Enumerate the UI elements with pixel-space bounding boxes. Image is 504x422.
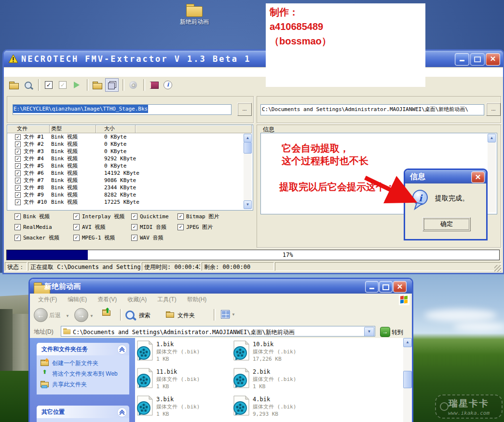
format-checkbox[interactable] bbox=[14, 224, 21, 230]
row-checkbox[interactable] bbox=[15, 199, 21, 205]
row-checkbox[interactable] bbox=[15, 141, 21, 147]
column-header-type[interactable]: 类型 bbox=[50, 125, 96, 133]
format-checkbox[interactable] bbox=[131, 235, 137, 241]
open-file-button[interactable] bbox=[8, 79, 20, 91]
format-option[interactable]: MIDI 音频 bbox=[131, 224, 177, 231]
format-checkbox[interactable] bbox=[131, 213, 137, 220]
row-checkbox[interactable] bbox=[15, 170, 21, 176]
file-tile[interactable]: 11.bik 媒体文件 (.bik) 1 KB bbox=[136, 367, 233, 394]
minimize-button[interactable] bbox=[455, 53, 469, 66]
menu-item[interactable]: 查看(V) bbox=[92, 295, 122, 304]
minimize-button[interactable] bbox=[365, 281, 379, 293]
scroll-up-button[interactable]: ▲ bbox=[244, 134, 252, 142]
menu-item[interactable]: 文件(F) bbox=[33, 295, 62, 304]
format-option[interactable]: RealMedia bbox=[14, 224, 73, 231]
back-dropdown-icon[interactable]: ▼ bbox=[66, 314, 69, 318]
back-button[interactable]: ← bbox=[34, 308, 48, 322]
file-tile[interactable]: 2.bik 媒体文件 (.bik) 1 KB bbox=[233, 367, 329, 394]
back-button-label[interactable]: 后退 bbox=[49, 311, 61, 320]
table-row[interactable]: 文件 #4 Bink 视频 9292 KByte bbox=[7, 155, 244, 162]
file-tile[interactable]: 4.bik 媒体文件 (.bik) 9,293 KB bbox=[233, 394, 329, 422]
task-share-folder[interactable]: 共享此文件夹 bbox=[41, 381, 125, 388]
source-path-input[interactable]: E:\RECYCLER\qianzhuan\Image\TTHO_Stage.B… bbox=[13, 104, 232, 115]
task-publish-web[interactable]: ⬆ 将这个文件夹发布到 Web bbox=[41, 370, 125, 378]
format-option[interactable]: AVI 视频 bbox=[73, 224, 131, 231]
collapse-chevron-icon[interactable] bbox=[117, 345, 127, 354]
menu-item[interactable]: 帮助(H) bbox=[182, 295, 212, 304]
cd-button[interactable] bbox=[127, 79, 139, 91]
format-checkbox[interactable] bbox=[73, 224, 80, 230]
format-option[interactable]: Bitmap 图片 bbox=[177, 213, 231, 220]
table-row[interactable]: 文件 #5 Bink 视频 0 KByte bbox=[7, 162, 244, 169]
row-checkbox[interactable] bbox=[15, 134, 21, 140]
column-header-file[interactable]: 文件 bbox=[7, 125, 50, 133]
format-checkbox[interactable] bbox=[131, 224, 137, 230]
scroll-up-button[interactable]: ▲ bbox=[403, 338, 412, 347]
destination-path-input[interactable]: C:\Documents and Settings\Administrator.… bbox=[260, 104, 484, 115]
file-tasks-header[interactable]: 文件和文件夹任务 bbox=[37, 343, 129, 355]
task-create-folder[interactable]: 创建一个新文件夹 bbox=[41, 360, 125, 367]
format-option[interactable]: Smacker 视频 bbox=[14, 234, 73, 241]
forward-dropdown-icon[interactable]: ▼ bbox=[90, 314, 94, 318]
explorer-titlebar[interactable]: 新绝前动画 ✕ bbox=[30, 279, 412, 294]
about-button[interactable]: i bbox=[162, 79, 174, 91]
format-checkbox[interactable] bbox=[14, 235, 21, 241]
source-browse-button[interactable]: ... bbox=[237, 103, 252, 116]
start-extract-button[interactable] bbox=[70, 79, 83, 91]
format-option[interactable]: Interplay 视频 bbox=[73, 213, 131, 220]
row-checkbox[interactable] bbox=[15, 192, 21, 198]
forward-button[interactable]: → bbox=[74, 308, 88, 322]
table-row[interactable]: 文件 #6 Bink 视频 14192 KByte bbox=[7, 169, 244, 177]
row-checkbox[interactable] bbox=[15, 178, 21, 183]
collapse-chevron-icon[interactable] bbox=[117, 408, 127, 417]
desktop-folder-shortcut[interactable]: 新绝前动画 bbox=[175, 4, 214, 26]
address-dropdown-button[interactable]: ▼ bbox=[364, 327, 374, 337]
scroll-down-button[interactable]: ▼ bbox=[244, 200, 252, 209]
row-checkbox[interactable] bbox=[15, 185, 21, 191]
scan-button[interactable] bbox=[22, 79, 34, 91]
format-checkbox[interactable] bbox=[14, 213, 21, 220]
menu-item[interactable]: 编辑(E) bbox=[62, 295, 92, 304]
format-option[interactable]: Bink 视频 bbox=[14, 213, 73, 220]
save-all-button[interactable] bbox=[105, 78, 119, 92]
folders-button-label[interactable]: 文件夹 bbox=[177, 311, 195, 320]
scrollbar-thumb[interactable] bbox=[403, 371, 412, 388]
table-row[interactable]: 文件 #7 Bink 视频 9086 KByte bbox=[7, 177, 244, 184]
close-button[interactable]: ✕ bbox=[486, 53, 500, 66]
maximize-button[interactable] bbox=[379, 281, 393, 293]
menu-item[interactable]: 工具(T) bbox=[152, 295, 181, 304]
format-checkbox[interactable] bbox=[177, 213, 184, 220]
format-option[interactable]: WAV 音频 bbox=[131, 234, 177, 241]
row-checkbox[interactable] bbox=[15, 149, 21, 155]
format-option[interactable]: MPEG-1 视频 bbox=[73, 234, 131, 241]
file-list-scrollbar[interactable]: ▲ ▼ bbox=[244, 134, 252, 209]
format-option[interactable]: JPEG 图片 bbox=[177, 224, 231, 231]
info-box-scrollbar[interactable]: ▲ bbox=[488, 134, 496, 212]
destination-browse-button[interactable]: ... bbox=[486, 103, 501, 116]
search-button-label[interactable]: 搜索 bbox=[139, 311, 150, 320]
close-icon[interactable]: ✕ bbox=[471, 171, 485, 183]
deselect-all-button[interactable] bbox=[56, 79, 69, 91]
open-output-button[interactable] bbox=[91, 79, 104, 91]
go-button-label[interactable]: 转到 bbox=[392, 328, 403, 337]
views-button[interactable] bbox=[221, 310, 230, 319]
help-book-button[interactable] bbox=[148, 79, 160, 91]
explorer-scrollbar[interactable]: ▲ bbox=[403, 338, 411, 422]
row-checkbox[interactable] bbox=[15, 156, 21, 162]
select-all-button[interactable] bbox=[42, 79, 55, 91]
table-row[interactable]: 文件 #10 Bink 视频 17225 KByte bbox=[7, 198, 244, 206]
format-option[interactable]: Quicktime bbox=[131, 213, 177, 220]
resize-grip[interactable] bbox=[494, 265, 501, 272]
views-dropdown-icon[interactable]: ▼ bbox=[232, 312, 235, 317]
extractor-titlebar[interactable]: NECROTECH FMV-Extractor V 1.3 Beta 1 ✕ bbox=[4, 51, 503, 67]
row-checkbox[interactable] bbox=[15, 163, 21, 169]
table-row[interactable]: 文件 #8 Bink 视频 2344 KByte bbox=[7, 184, 244, 191]
column-header-size[interactable]: 大小 bbox=[96, 125, 136, 133]
file-tile[interactable]: 3.bik 媒体文件 (.bik) 1 KB bbox=[136, 394, 233, 422]
table-row[interactable]: 文件 #2 Bink 视频 0 KByte bbox=[7, 141, 244, 148]
table-row[interactable]: 文件 #9 Bink 视频 8282 KByte bbox=[7, 191, 244, 198]
file-tile[interactable]: 1.bik 媒体文件 (.bik) 1 KB bbox=[136, 339, 233, 367]
ok-button[interactable]: 确定 bbox=[422, 217, 471, 231]
file-tile[interactable]: 10.bik 媒体文件 (.bik) 17,226 KB bbox=[233, 339, 329, 367]
scroll-up-button[interactable]: ▲ bbox=[488, 134, 496, 142]
